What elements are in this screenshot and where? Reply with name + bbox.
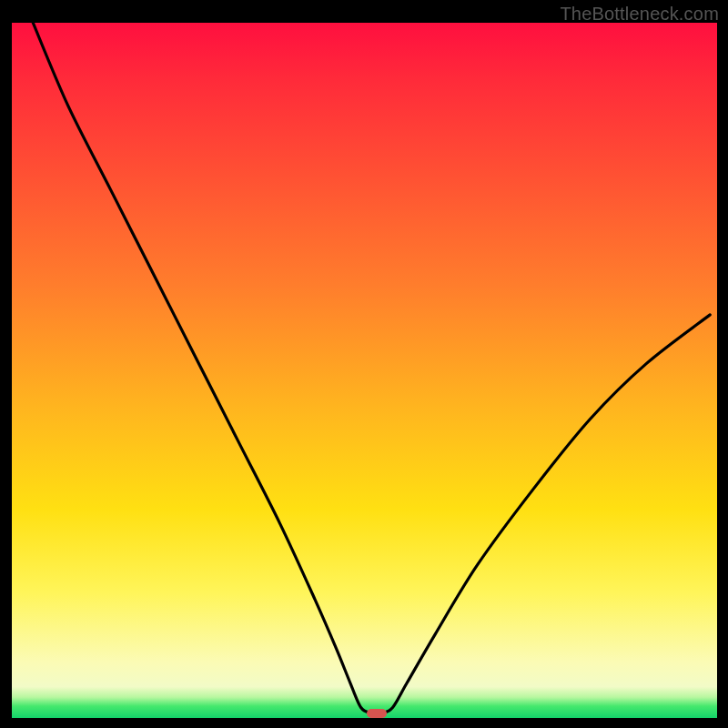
- bottleneck-curve-line: [33, 23, 710, 713]
- watermark-text: TheBottleneck.com: [560, 4, 719, 25]
- bottleneck-curve-svg: [12, 23, 717, 718]
- chart-frame: TheBottleneck.com: [0, 0, 728, 728]
- optimal-point-marker: [367, 709, 387, 718]
- plot-area: [12, 23, 717, 718]
